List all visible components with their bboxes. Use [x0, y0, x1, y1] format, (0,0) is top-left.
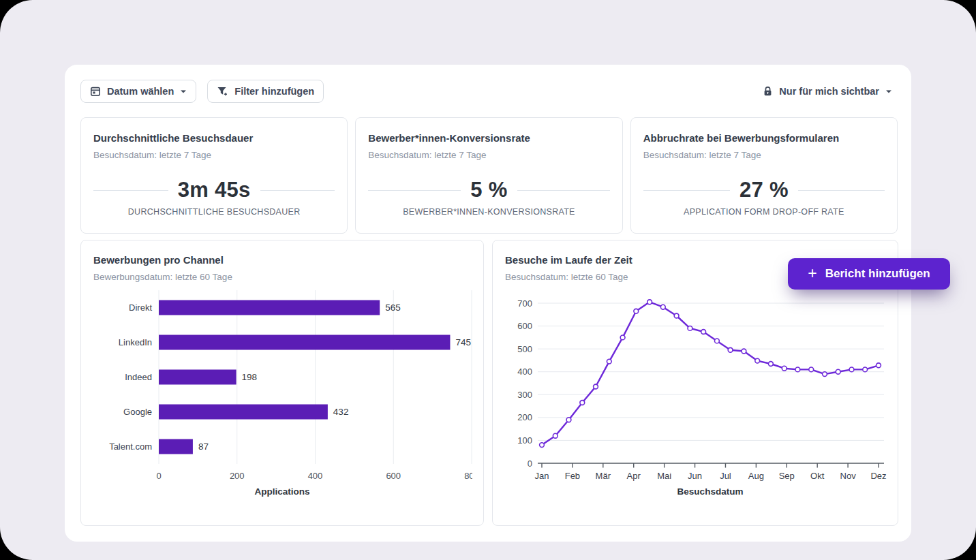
filter-plus-icon — [217, 86, 228, 97]
svg-text:400: 400 — [517, 367, 532, 377]
calendar-icon — [90, 86, 101, 97]
kpi-value: 3m 45s — [178, 178, 251, 202]
svg-text:Sep: Sep — [779, 471, 795, 481]
svg-text:800: 800 — [464, 471, 472, 481]
divider — [260, 190, 335, 191]
svg-text:Jul: Jul — [720, 471, 731, 481]
divider — [798, 190, 885, 191]
kpi-value: 5 % — [470, 178, 507, 202]
divider — [643, 190, 730, 191]
date-picker-label: Datum wählen — [107, 86, 174, 97]
add-report-button[interactable]: + Bericht hinzufügen — [788, 258, 950, 290]
bar-chart-card: Bewerbungen pro Channel Bewerbungsdatum:… — [80, 240, 484, 526]
svg-text:Talent.com: Talent.com — [109, 441, 152, 452]
kpi-metric-label: DURCHSCHNITTLICHE BESUCHSDAUER — [93, 207, 335, 217]
svg-text:0: 0 — [156, 471, 161, 481]
svg-text:Mär: Mär — [596, 471, 611, 481]
svg-text:Apr: Apr — [627, 471, 641, 481]
applications-bar-chart: 0200400600800Direkt565LinkedIn745Indeed1… — [93, 290, 472, 484]
plus-icon: + — [808, 266, 817, 281]
date-picker-button[interactable]: Datum wählen — [80, 80, 196, 103]
svg-text:Nov: Nov — [840, 471, 857, 481]
add-report-label: Bericht hinzufügen — [825, 267, 930, 281]
toolbar: Datum wählen Filter hinzufügen Nur für m… — [80, 80, 896, 103]
divider — [368, 190, 461, 191]
svg-text:100: 100 — [517, 435, 532, 446]
kpi-card-dropoff-rate: Abbruchrate bei Bewerbungsformularen Bes… — [630, 117, 898, 234]
svg-text:Feb: Feb — [565, 471, 580, 481]
svg-text:Direkt: Direkt — [129, 302, 152, 313]
visibility-label: Nur für mich sichtbar — [779, 86, 879, 97]
svg-text:500: 500 — [517, 344, 532, 354]
kpi-metric-label: BEWERBER*INNEN-KONVERSIONSRATE — [368, 207, 609, 217]
svg-text:Google: Google — [123, 407, 152, 417]
add-filter-label: Filter hinzufügen — [234, 86, 314, 97]
svg-text:432: 432 — [333, 407, 349, 417]
svg-text:200: 200 — [230, 471, 245, 481]
svg-text:600: 600 — [517, 321, 532, 331]
svg-text:700: 700 — [517, 298, 532, 309]
bar-chart-title: Bewerbungen pro Channel — [93, 254, 471, 266]
dashboard-panel: Datum wählen Filter hinzufügen Nur für m… — [65, 65, 911, 542]
divider — [517, 190, 610, 191]
visits-line-chart: 0100200300400500600700JanFebMärAprMaiJun… — [505, 290, 887, 484]
kpi-card-visit-duration: Durchschnittliche Besuchsdauer Besuchsda… — [80, 117, 348, 234]
svg-text:Jan: Jan — [535, 471, 549, 481]
svg-text:565: 565 — [385, 302, 401, 313]
svg-text:198: 198 — [242, 372, 258, 382]
svg-text:Mai: Mai — [657, 471, 671, 481]
line-chart-x-axis-title: Besuchsdatum — [505, 486, 885, 497]
chevron-down-icon — [885, 89, 892, 94]
kpi-metric-label: APPLICATION FORM DROP-OFF RATE — [643, 207, 885, 217]
kpi-value: 27 % — [739, 178, 789, 202]
svg-text:Indeed: Indeed — [125, 372, 152, 382]
svg-text:200: 200 — [517, 412, 532, 422]
bar-chart-x-axis-title: Applications — [93, 486, 471, 497]
visibility-dropdown[interactable]: Nur für mich sichtbar — [759, 85, 896, 97]
kpi-subtitle: Besuchsdatum: letzte 7 Tage — [368, 150, 609, 160]
kpi-value-row: 27 % — [643, 178, 885, 202]
kpi-subtitle: Besuchsdatum: letzte 7 Tage — [93, 150, 335, 160]
kpi-title: Durchschnittliche Besuchsdauer — [93, 132, 335, 144]
svg-text:600: 600 — [386, 471, 401, 481]
kpi-subtitle: Besuchsdatum: letzte 7 Tage — [643, 150, 885, 160]
svg-text:LinkedIn: LinkedIn — [119, 337, 152, 347]
svg-text:Jun: Jun — [688, 471, 702, 481]
bar-chart-subtitle: Bewerbungsdatum: letzte 60 Tage — [93, 272, 471, 282]
kpi-row: Durchschnittliche Besuchsdauer Besuchsda… — [80, 117, 898, 234]
svg-text:400: 400 — [308, 471, 323, 481]
kpi-title: Bewerber*innen-Konversionsrate — [368, 132, 609, 144]
svg-text:Aug: Aug — [748, 471, 764, 481]
svg-text:Okt: Okt — [810, 471, 825, 481]
svg-text:745: 745 — [455, 337, 471, 347]
svg-text:0: 0 — [528, 458, 532, 469]
chevron-down-icon — [180, 89, 187, 94]
add-filter-button[interactable]: Filter hinzufügen — [207, 80, 324, 103]
kpi-value-row: 3m 45s — [93, 178, 335, 202]
charts-row: Bewerbungen pro Channel Bewerbungsdatum:… — [80, 240, 898, 526]
kpi-card-conversion-rate: Bewerber*innen-Konversionsrate Besuchsda… — [355, 117, 622, 234]
divider — [93, 190, 168, 191]
kpi-title: Abbruchrate bei Bewerbungsformularen — [643, 132, 885, 144]
lock-icon — [763, 86, 773, 97]
app-background: Datum wählen Filter hinzufügen Nur für m… — [0, 0, 976, 560]
svg-text:Dez: Dez — [870, 471, 886, 481]
svg-text:300: 300 — [517, 390, 532, 400]
kpi-value-row: 5 % — [368, 178, 609, 202]
svg-text:87: 87 — [198, 441, 209, 452]
